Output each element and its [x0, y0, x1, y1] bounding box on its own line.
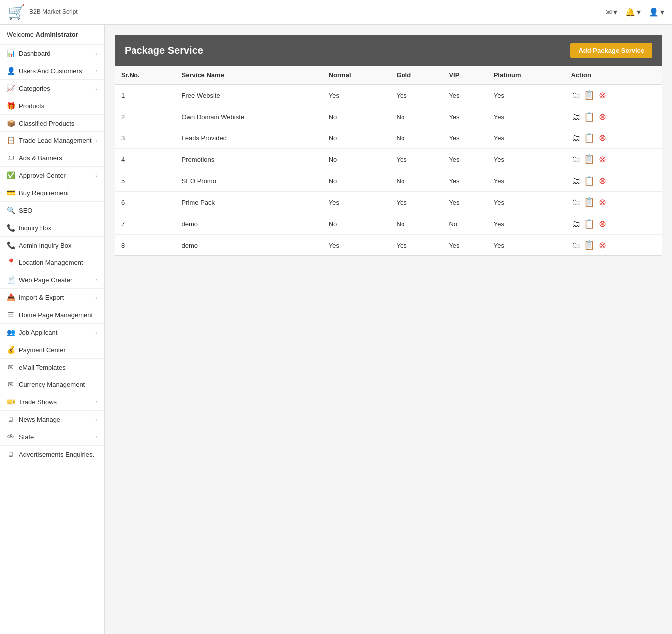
sidebar-item-trade-lead[interactable]: 📋 Trade Lead Management ‹: [0, 132, 104, 149]
sidebar-item-state[interactable]: 👁 State ‹: [0, 428, 104, 446]
welcome-user: Administrator: [36, 31, 78, 38]
bell-icon: 🔔: [625, 7, 635, 17]
col-gold: Gold: [391, 66, 443, 84]
sidebar-label-trade-shows: Trade Shows: [19, 398, 57, 406]
table-row: 1 Free Website Yes Yes Yes Yes 🗂 📋 ⊗: [115, 84, 662, 106]
main-content: Package Service Add Package Service Sr.N…: [105, 25, 672, 634]
import-export-icon: 📥: [7, 293, 15, 301]
sidebar-label-ads: Ads & Banners: [19, 154, 62, 162]
cell-platinum: Yes: [488, 213, 565, 235]
cell-service: Free Website: [176, 84, 323, 106]
delete-icon[interactable]: ⊗: [597, 240, 608, 251]
sidebar-item-buy-requirement[interactable]: 💳 Buy Requirement: [0, 184, 104, 202]
sidebar-item-news-manage[interactable]: 🖥 News Manage ‹: [0, 411, 104, 428]
sidebar-item-categories[interactable]: 📈 Categories ‹: [0, 80, 104, 97]
delete-icon[interactable]: ⊗: [597, 90, 608, 101]
delete-icon[interactable]: ⊗: [597, 175, 608, 186]
delete-icon[interactable]: ⊗: [597, 197, 608, 208]
trade-shows-icon: 🎫: [7, 398, 15, 406]
view-icon[interactable]: 📋: [584, 132, 595, 143]
view-icon[interactable]: 📋: [584, 218, 595, 229]
edit-icon[interactable]: 🗂: [571, 90, 582, 101]
cell-platinum: Yes: [488, 127, 565, 149]
sidebar-item-users-customers[interactable]: 👤 Users And Customers ‹: [0, 62, 104, 80]
view-icon[interactable]: 📋: [584, 90, 595, 101]
email-icon: ✉: [7, 363, 15, 371]
sidebar-item-import-export[interactable]: 📥 Import & Export ‹: [0, 289, 104, 306]
col-normal: Normal: [323, 66, 391, 84]
cell-action: 🗂 📋 ⊗: [565, 106, 662, 127]
delete-icon[interactable]: ⊗: [597, 132, 608, 143]
col-action: Action: [565, 66, 662, 84]
sidebar-item-location-management[interactable]: 📍 Location Management: [0, 254, 104, 271]
header-right: ✉ ▾ 🔔 ▾ 👤 ▾: [605, 7, 664, 17]
edit-icon[interactable]: 🗂: [571, 175, 582, 186]
cell-action: 🗂 📋 ⊗: [565, 127, 662, 149]
sidebar-item-dashboard[interactable]: 📊 Dashboard ‹: [0, 45, 104, 62]
sidebar-item-job-applicant[interactable]: 👥 Job Applicant ‹: [0, 324, 104, 341]
sidebar-item-inquiry-box[interactable]: 📞 Inquiry Box: [0, 219, 104, 237]
import-export-chevron: ‹: [95, 294, 97, 300]
edit-icon[interactable]: 🗂: [571, 197, 582, 208]
sidebar-item-ads-banners[interactable]: 🏷 Ads & Banners: [0, 149, 104, 167]
cell-normal: Yes: [323, 235, 391, 256]
cell-sr: 3: [115, 127, 176, 149]
view-icon[interactable]: 📋: [584, 111, 595, 122]
view-icon[interactable]: 📋: [584, 154, 595, 165]
sidebar-label-web-page: Web Page Creater: [19, 276, 72, 284]
sidebar-label-categories: Categories: [19, 85, 50, 92]
sidebar-item-payment-center[interactable]: 💰 Payment Center: [0, 341, 104, 359]
edit-icon[interactable]: 🗂: [571, 154, 582, 165]
sidebar-item-home-page-management[interactable]: ☰ Home Page Management: [0, 306, 104, 324]
cell-sr: 8: [115, 235, 176, 256]
delete-icon[interactable]: ⊗: [597, 218, 608, 229]
cell-sr: 6: [115, 192, 176, 213]
edit-icon[interactable]: 🗂: [571, 218, 582, 229]
sidebar-label-buy: Buy Requirement: [19, 189, 69, 197]
cell-gold: No: [391, 170, 443, 192]
mail-button[interactable]: ✉ ▾: [605, 7, 617, 17]
trade-shows-chevron: ‹: [95, 399, 97, 405]
sidebar-item-products[interactable]: 🎁 Products: [0, 97, 104, 115]
delete-icon[interactable]: ⊗: [597, 111, 608, 122]
cell-vip: No: [443, 213, 487, 235]
view-icon[interactable]: 📋: [584, 197, 595, 208]
sidebar-item-advertisements-enquiries[interactable]: 🖥 Advertisements Enquiries.: [0, 446, 104, 463]
state-icon: 👁: [7, 433, 15, 441]
buy-icon: 💳: [7, 189, 15, 197]
bell-chevron: ▾: [637, 7, 641, 17]
table-row: 8 demo Yes Yes Yes Yes 🗂 📋 ⊗: [115, 235, 662, 256]
sidebar-label-job: Job Applicant: [19, 329, 57, 336]
cell-service: Leads Provided: [176, 127, 323, 149]
view-icon[interactable]: 📋: [584, 175, 595, 186]
sidebar-item-trade-shows[interactable]: 🎫 Trade Shows ‹: [0, 393, 104, 411]
cell-service: Own Domain Webiste: [176, 106, 323, 127]
sidebar-item-admin-inquiry-box[interactable]: 📞 Admin Inquiry Box: [0, 237, 104, 254]
table-row: 2 Own Domain Webiste No No Yes Yes 🗂 📋 ⊗: [115, 106, 662, 127]
delete-icon[interactable]: ⊗: [597, 154, 608, 165]
cell-vip: Yes: [443, 84, 487, 106]
sidebar-item-approval-center[interactable]: ✅ Approvel Center ‹: [0, 167, 104, 184]
sidebar-item-currency-management[interactable]: ✉ Currency Management: [0, 376, 104, 393]
add-package-service-button[interactable]: Add Package Service: [570, 43, 652, 58]
table-body: 1 Free Website Yes Yes Yes Yes 🗂 📋 ⊗ 2 O…: [115, 84, 662, 255]
edit-icon[interactable]: 🗂: [571, 240, 582, 251]
job-chevron: ‹: [95, 329, 97, 335]
bell-button[interactable]: 🔔 ▾: [625, 7, 641, 17]
sidebar-item-web-page-creator[interactable]: 📄 Web Page Creater ‹: [0, 271, 104, 289]
sidebar-item-email-templates[interactable]: ✉ eMail Templates: [0, 359, 104, 376]
edit-icon[interactable]: 🗂: [571, 132, 582, 143]
sidebar-label-import-export: Import & Export: [19, 294, 64, 301]
view-icon[interactable]: 📋: [584, 240, 595, 251]
cell-platinum: Yes: [488, 192, 565, 213]
cell-normal: No: [323, 127, 391, 149]
user-button[interactable]: 👤 ▾: [649, 7, 664, 17]
cell-action: 🗂 📋 ⊗: [565, 192, 662, 213]
edit-icon[interactable]: 🗂: [571, 111, 582, 122]
sidebar-label-payment: Payment Center: [19, 346, 66, 354]
location-icon: 📍: [7, 258, 15, 266]
sidebar-item-seo[interactable]: 🔍 SEO: [0, 202, 104, 219]
categories-icon: 📈: [7, 84, 15, 92]
web-page-icon: 📄: [7, 276, 15, 284]
sidebar-item-classified-products[interactable]: 📦 Classified Products: [0, 115, 104, 132]
